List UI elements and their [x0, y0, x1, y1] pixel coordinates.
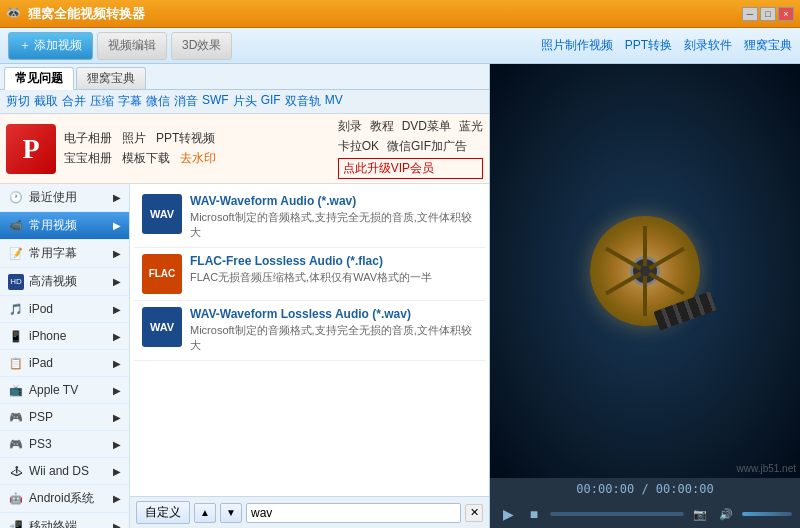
- promo-watermark[interactable]: 去水印: [180, 150, 216, 167]
- minimize-button[interactable]: ─: [742, 7, 758, 21]
- format-panel: WAV WAV-Waveform Audio (*.wav) Microsoft…: [130, 184, 489, 528]
- promo-photo[interactable]: 照片: [122, 130, 146, 147]
- tabs-row: 常见问题 狸窝宝典: [0, 64, 489, 90]
- promo-icon: P: [6, 124, 56, 174]
- faq-item-gif[interactable]: GIF: [261, 93, 281, 110]
- time-separator: /: [641, 482, 655, 496]
- menu-label-recent: 最近使用: [29, 189, 77, 206]
- close-button[interactable]: ×: [778, 7, 794, 21]
- promo-dvd-menu[interactable]: DVD菜单: [402, 118, 451, 135]
- custom-button[interactable]: 自定义: [136, 501, 190, 524]
- promo-bluray[interactable]: 蓝光: [459, 118, 483, 135]
- menu-item-other[interactable]: 📲 移动终端 ▶: [0, 513, 129, 528]
- ipod-icon: 🎵: [8, 301, 24, 317]
- faq-item-cut[interactable]: 剪切: [6, 93, 30, 110]
- title-bar: 🦝 狸窝全能视频转换器 ─ □ ×: [0, 0, 800, 28]
- 3d-effects-button[interactable]: 3D效果: [171, 32, 232, 60]
- faq-item-wechat[interactable]: 微信: [146, 93, 170, 110]
- arrow-icon-hd: ▶: [113, 276, 121, 287]
- toolbar: ＋ 添加视频 视频编辑 3D效果 照片制作视频 PPT转换 刻录软件 狸窝宝典: [0, 28, 800, 64]
- wav-lossless-icon: WAV: [142, 307, 182, 347]
- menu-label-ps3: PS3: [29, 437, 52, 451]
- apple-tv-icon: 📺: [8, 382, 24, 398]
- menu-item-common-audio[interactable]: 📝 常用字幕 ▶: [0, 240, 129, 268]
- play-button[interactable]: ▶: [498, 504, 518, 524]
- menu-item-ipod[interactable]: 🎵 iPod ▶: [0, 296, 129, 323]
- faq-item-merge[interactable]: 合并: [62, 93, 86, 110]
- arrow-icon-ipad: ▶: [113, 358, 121, 369]
- arrow-icon-wii: ▶: [113, 466, 121, 477]
- promo-right: 刻录 教程 DVD菜单 蓝光 卡拉OK 微信GIF加广告 点此升级VIP会员: [338, 118, 483, 179]
- promo-burn[interactable]: 刻录: [338, 118, 362, 135]
- edit-video-button[interactable]: 视频编辑: [97, 32, 167, 60]
- menu-item-common-video[interactable]: 📹 常用视频 ▶: [0, 212, 129, 240]
- right-panel: www.jb51.net 00:00:00 / 00:00:00 ▶ ■ 📷 🔊: [490, 64, 800, 528]
- arrow-icon-iphone: ▶: [113, 331, 121, 342]
- menu-item-ipad[interactable]: 📋 iPad ▶: [0, 350, 129, 377]
- faq-item-dual-audio[interactable]: 双音轨: [285, 93, 321, 110]
- progress-bar[interactable]: [550, 512, 684, 516]
- faq-item-intro[interactable]: 片头: [233, 93, 257, 110]
- menu-label-psp: PSP: [29, 410, 53, 424]
- format-item-wav-text: WAV-Waveform Audio (*.wav) Microsoft制定的音…: [190, 194, 477, 241]
- promo-photo-album[interactable]: 电子相册: [64, 130, 112, 147]
- faq-item-mv[interactable]: MV: [325, 93, 343, 110]
- promo-karaoke[interactable]: 卡拉OK: [338, 138, 379, 155]
- menu-item-android[interactable]: 🤖 Android系统 ▶: [0, 485, 129, 513]
- search-input[interactable]: [246, 503, 461, 523]
- promo-tutorial[interactable]: 教程: [370, 118, 394, 135]
- nav-down-button[interactable]: ▼: [220, 503, 242, 523]
- menu-label-apple-tv: Apple TV: [29, 383, 78, 397]
- burn-software-link[interactable]: 刻录软件: [684, 37, 732, 54]
- promo-gif-ad[interactable]: 微信GIF加广告: [387, 138, 467, 155]
- arrow-icon-android: ▶: [113, 493, 121, 504]
- screenshot-icon[interactable]: 📷: [690, 504, 710, 524]
- format-item-wav-lossless[interactable]: WAV WAV-Waveform Lossless Audio (*.wav) …: [134, 301, 485, 361]
- menu-item-ps3[interactable]: 🎮 PS3 ▶: [0, 431, 129, 458]
- menu-item-recent[interactable]: 🕐 最近使用 ▶: [0, 184, 129, 212]
- maximize-button[interactable]: □: [760, 7, 776, 21]
- toolbar-links: 照片制作视频 PPT转换 刻录软件 狸窝宝典: [541, 37, 792, 54]
- stop-button[interactable]: ■: [524, 504, 544, 524]
- menu-item-psp[interactable]: 🎮 PSP ▶: [0, 404, 129, 431]
- promo-template[interactable]: 模板下载: [122, 150, 170, 167]
- wav-title: WAV-Waveform Audio (*.wav): [190, 194, 477, 208]
- menu-label-common-audio: 常用字幕: [29, 245, 77, 262]
- search-clear-button[interactable]: ✕: [465, 504, 483, 522]
- format-item-flac[interactable]: FLAC FLAC-Free Lossless Audio (*.flac) F…: [134, 248, 485, 301]
- faq-item-mute[interactable]: 消音: [174, 93, 198, 110]
- menu-item-iphone[interactable]: 📱 iPhone ▶: [0, 323, 129, 350]
- add-video-button[interactable]: ＋ 添加视频: [8, 32, 93, 60]
- promo-ppt-video[interactable]: PPT转视频: [156, 130, 215, 147]
- search-row: 自定义 ▲ ▼ ✕: [130, 496, 489, 528]
- menu-item-hd-video[interactable]: HD 高清视频 ▶: [0, 268, 129, 296]
- nav-up-button[interactable]: ▲: [194, 503, 216, 523]
- faq-item-trim[interactable]: 截取: [34, 93, 58, 110]
- menu-label-wii-ds: Wii and DS: [29, 464, 89, 478]
- menu-item-apple-tv[interactable]: 📺 Apple TV ▶: [0, 377, 129, 404]
- faq-item-swf[interactable]: SWF: [202, 93, 229, 110]
- ppt-convert-link[interactable]: PPT转换: [625, 37, 672, 54]
- app-title: 狸窝全能视频转换器: [28, 5, 742, 23]
- volume-icon[interactable]: 🔊: [716, 504, 736, 524]
- tab-raccoon-classic[interactable]: 狸窝宝典: [76, 67, 146, 89]
- player-area: www.jb51.net: [490, 64, 800, 478]
- faq-item-subtitle[interactable]: 字幕: [118, 93, 142, 110]
- watermark: www.jb51.net: [737, 463, 796, 474]
- promo-baby-album[interactable]: 宝宝相册: [64, 150, 112, 167]
- wav-desc: Microsoft制定的音频格式,支持完全无损的音质,文件体积较大: [190, 210, 477, 241]
- format-item-wav[interactable]: WAV WAV-Waveform Audio (*.wav) Microsoft…: [134, 188, 485, 248]
- vip-upgrade-link[interactable]: 点此升级VIP会员: [338, 158, 483, 179]
- menu-item-wii-ds[interactable]: 🕹 Wii and DS ▶: [0, 458, 129, 485]
- left-menu: 🕐 最近使用 ▶ 📹 常用视频 ▶ 📝 常用字幕 ▶ HD 高清视频: [0, 184, 130, 528]
- film-reel: [585, 211, 705, 331]
- volume-slider[interactable]: [742, 512, 792, 516]
- photo-slideshow-link[interactable]: 照片制作视频: [541, 37, 613, 54]
- menu-label-other: 移动终端: [29, 518, 77, 528]
- tab-faq[interactable]: 常见问题: [4, 67, 74, 90]
- hd-icon: HD: [8, 274, 24, 290]
- raccoon-classic-link[interactable]: 狸窝宝典: [744, 37, 792, 54]
- faq-item-compress[interactable]: 压缩: [90, 93, 114, 110]
- flac-icon: FLAC: [142, 254, 182, 294]
- wii-icon: 🕹: [8, 463, 24, 479]
